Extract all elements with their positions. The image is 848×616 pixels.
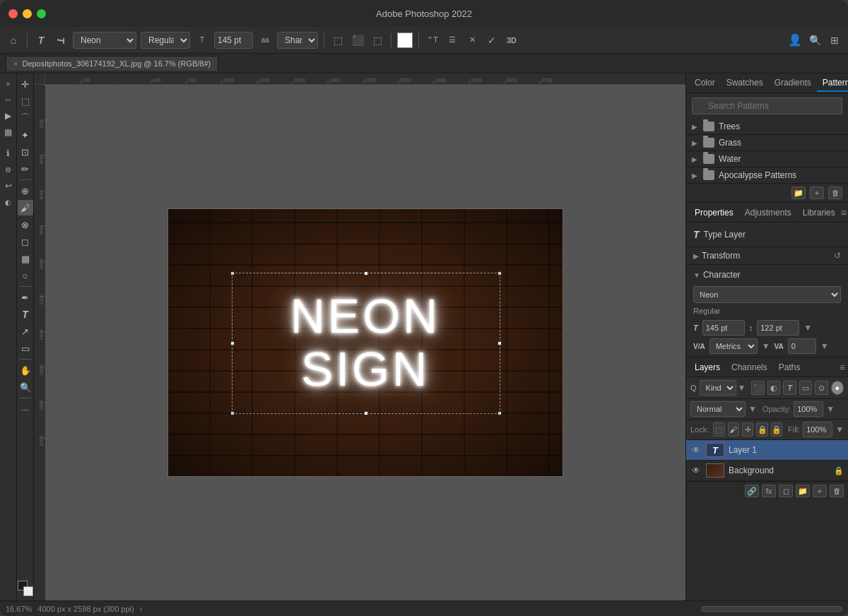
zoom-tool[interactable]: 🔍 [18,379,33,395]
hand-tool[interactable]: ✋ [18,362,33,378]
props-kerning-input[interactable] [788,338,816,354]
patterns-search-input[interactable] [692,97,842,114]
heal-tool[interactable]: ⊕ [18,183,33,199]
close-button[interactable] [8,9,18,18]
tab-adjustments[interactable]: Adjustments [739,205,797,220]
warp-text-icon[interactable]: ⌃T [425,32,440,48]
confirm-icon[interactable]: ✓ [484,32,500,48]
lock-artboard-btn[interactable]: 🔒 [756,422,767,437]
pen-tool[interactable]: ✒ [18,290,33,305]
fg-bg-color[interactable] [18,581,33,596]
text-color-swatch[interactable] [397,32,413,48]
opacity-input[interactable] [794,401,823,417]
adjust-icon[interactable]: ◐ [1,195,16,209]
add-mask-button[interactable]: ◻ [779,485,793,497]
transform-header[interactable]: ▶ Transform ↺ [693,249,841,263]
layers-panel-menu[interactable]: ≡ [840,362,845,373]
aa-mode-dropdown[interactable]: Sharp [277,32,318,49]
search-icon[interactable]: 🔍 [807,32,823,48]
layer-kind-filter[interactable]: Kind [700,380,736,396]
filter-shape-icon[interactable]: ▭ [799,381,812,395]
stamp-tool[interactable]: ⊗ [18,217,33,232]
tracking-mode-dropdown[interactable]: Metrics [709,338,758,354]
props-leading-input[interactable] [757,320,799,336]
workspace-icon[interactable]: ⊞ [827,32,842,48]
type-vertical-icon[interactable]: T [53,32,69,48]
move-tool[interactable]: ✛ [18,76,33,92]
props-font-family-dropdown[interactable]: Neon [693,286,841,303]
layer-item-background[interactable]: 👁 Background 🔒 [686,461,848,481]
filter-type-icon[interactable]: T [783,381,796,395]
play-icon[interactable]: ▶ [1,109,16,123]
pattern-group-water[interactable]: ▶ Water [686,151,848,167]
transform-reset-icon[interactable]: ↺ [834,251,841,261]
filter-smart-icon[interactable]: ⊙ [815,381,828,395]
pattern-group-apocalypse[interactable]: ▶ Apocalypse Patterns [686,167,848,184]
type-tool-icon[interactable]: T [33,32,49,48]
gradient-tool[interactable]: ▦ [18,251,33,266]
brush-tool[interactable]: 🖌 [18,200,33,215]
font-size-input[interactable] [214,32,253,49]
align-center-icon[interactable]: ⬛ [350,32,365,48]
canvas-area[interactable]: NEON SIGN [45,85,685,600]
lasso-tool[interactable]: ⌒ [18,110,33,126]
home-icon[interactable]: ⌂ [6,32,21,48]
filter-pixel-icon[interactable]: ⬛ [751,381,764,395]
new-folder-button[interactable]: 📁 [791,186,806,199]
create-layer-button[interactable]: + [813,485,827,497]
more-tools-icon[interactable]: ··· [18,401,33,417]
props-font-size-input[interactable] [702,320,745,336]
font-family-dropdown[interactable]: Neon [73,32,136,49]
type-tool[interactable]: T [18,307,33,322]
layers-icon[interactable]: ▦ [1,125,16,139]
new-pattern-button[interactable]: + [810,186,824,199]
layer-item-layer1[interactable]: 👁 T Layer 1 [686,440,848,461]
crop-tool[interactable]: ⊡ [18,144,33,160]
pattern-group-grass[interactable]: ▶ Grass [686,135,848,151]
character-header[interactable]: ▼ Character [693,268,841,282]
filter-toggle-icon[interactable]: ● [831,381,844,395]
document-tab[interactable]: × Depositphotos_306174192_XL.jpg @ 16.7%… [6,56,218,71]
add-fx-button[interactable]: fx [762,485,776,497]
align-right-icon[interactable]: ⬚ [370,32,385,48]
arrows-icon[interactable]: ↔ [1,93,16,107]
properties-panel-menu[interactable]: ≡ [841,207,847,218]
pattern-group-trees[interactable]: ▶ Trees [686,119,848,135]
minimize-button[interactable] [23,9,32,18]
user-icon[interactable]: 👤 [787,32,803,48]
font-style-dropdown[interactable]: Regular [141,32,190,49]
leading-dropdown-arrow[interactable]: ▼ [803,323,812,333]
rect-select-tool[interactable]: ⬚ [18,93,33,109]
filter-kind-arrow[interactable]: ▼ [738,383,746,393]
filter-adjust-icon[interactable]: ◐ [767,381,780,395]
maximize-button[interactable] [37,9,46,18]
tab-channels[interactable]: Channels [726,360,773,375]
expand-panels-icon[interactable]: » [1,76,16,90]
eyedropper-tool[interactable]: ✏ [18,161,33,177]
kerning-dropdown-arrow[interactable]: ▼ [820,341,829,351]
tab-libraries[interactable]: Libraries [797,205,841,220]
info-icon[interactable]: ℹ [1,146,16,160]
tab-color[interactable]: Color [689,75,721,92]
shape-tool[interactable]: ▭ [18,340,33,356]
fill-input[interactable] [803,422,832,437]
blend-mode-dropdown[interactable]: Normal [690,401,746,417]
layer1-visibility-toggle[interactable]: 👁 [690,444,702,456]
character-panel-icon[interactable]: ☰ [444,32,460,48]
properties-quick-icon[interactable]: ⚙ [1,162,16,177]
tracking-dropdown-arrow[interactable]: ▼ [762,341,770,351]
tab-properties[interactable]: Properties [689,205,739,220]
lock-position-btn[interactable]: ✛ [742,422,753,437]
delete-layer-button[interactable]: 🗑 [830,485,844,497]
delete-pattern-button[interactable]: 🗑 [828,186,842,199]
lock-all-btn[interactable]: 🔒 [771,422,782,437]
history-icon[interactable]: ↩ [1,179,16,193]
dodge-tool[interactable]: ○ [18,268,33,283]
align-left-icon[interactable]: ⬚ [330,32,346,48]
tab-patterns[interactable]: Patterns [817,75,848,92]
magic-wand-tool[interactable]: ✦ [18,127,33,143]
link-layers-button[interactable]: 🔗 [745,485,759,497]
path-select-tool[interactable]: ↗ [18,324,33,339]
tab-layers[interactable]: Layers [689,360,726,375]
eraser-tool[interactable]: ◻ [18,234,33,249]
